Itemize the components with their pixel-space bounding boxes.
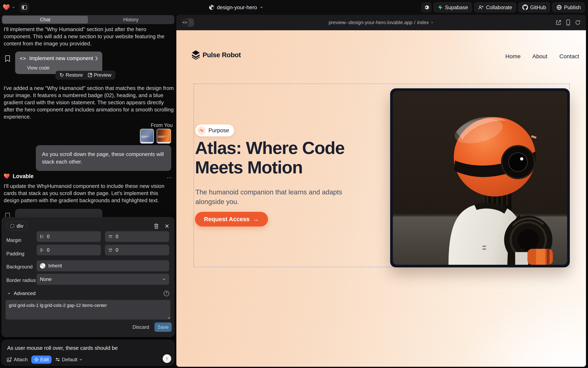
site-header: Pulse Robot Home About Contact <box>176 30 586 61</box>
nav-contact[interactable]: Contact <box>559 53 579 60</box>
chevron-down-icon <box>162 277 166 281</box>
attach-label: Attach <box>14 357 28 362</box>
chat-input[interactable]: As user mouse roll over, these cards sho… <box>7 345 118 351</box>
margin-y-value: 0 <box>116 234 118 239</box>
selected-element-chip[interactable]: div <box>6 221 27 230</box>
lovable-logo-icon[interactable] <box>3 4 10 11</box>
user-message-bubble: As you scroll down the page, these compo… <box>36 145 171 171</box>
background-label: Background <box>6 264 33 270</box>
bookmark-icon[interactable] <box>5 213 10 217</box>
help-icon[interactable]: ? <box>164 291 169 296</box>
code-icon: <> <box>20 55 26 61</box>
settings-button[interactable] <box>421 2 431 12</box>
background-input[interactable]: Inherit <box>37 260 169 271</box>
restore-icon: ↻ <box>59 72 64 78</box>
padding-y-input[interactable]: 0 <box>105 245 169 255</box>
lovable-heart-icon <box>4 173 10 179</box>
resize-handle-icon[interactable] <box>167 316 170 319</box>
close-panel-button[interactable] <box>163 223 171 230</box>
tab-history[interactable]: History <box>88 16 174 24</box>
refresh-icon[interactable] <box>575 20 581 25</box>
preview-url[interactable]: preview--design-your-hero.lovable.app / … <box>176 15 586 30</box>
attach-button[interactable]: Attach <box>7 357 28 362</box>
view-code-link[interactable]: View code <box>27 65 49 71</box>
padding-label: Padding <box>6 251 24 257</box>
path-separator: / <box>414 20 416 25</box>
supabase-button[interactable]: Supabase <box>434 2 472 12</box>
attachment-thumbnail-orange[interactable] <box>157 129 171 144</box>
project-name: design-your-hero <box>217 4 257 11</box>
sidebar-toggle-button[interactable] <box>20 3 29 12</box>
assistant-message-2: I've added a new "Why Humanoid" section … <box>4 85 175 120</box>
open-in-new-tab-icon[interactable] <box>556 20 561 25</box>
project-switcher[interactable]: design-your-hero <box>209 0 263 15</box>
margin-x-input[interactable]: 0 <box>37 231 101 242</box>
border-radius-select[interactable]: None <box>37 274 169 285</box>
project-chevron-icon <box>260 6 263 9</box>
close-icon <box>164 224 169 229</box>
assistant-header: Lovable … <box>4 173 173 180</box>
help-glyph: ? <box>166 291 167 295</box>
element-outline-icon <box>10 224 14 228</box>
padding-x-input[interactable]: 0 <box>37 245 101 255</box>
margin-label: Margin <box>6 237 21 243</box>
chevron-down-icon <box>430 21 434 24</box>
github-label: GitHub <box>530 4 546 10</box>
nav-home[interactable]: Home <box>505 53 521 60</box>
hero-robot-card <box>390 88 570 267</box>
github-button[interactable]: GitHub <box>518 2 550 12</box>
discard-button[interactable]: Discard <box>133 324 149 330</box>
element-inspector-panel: div Margin 0 <box>2 217 174 337</box>
hero-heading: Atlas: Where Code Meets Motion <box>195 138 379 177</box>
request-access-button[interactable]: Request Access → <box>195 212 268 227</box>
component-card-title: Implement new component <box>29 55 93 62</box>
target-icon <box>34 357 39 362</box>
save-button[interactable]: Save <box>154 322 172 332</box>
chat-composer[interactable]: As user mouse roll over, these cards sho… <box>2 340 174 366</box>
version-hover-toolbar: ↻ Restore Preview <box>56 71 115 79</box>
workspace-chevron-icon[interactable] <box>12 6 15 9</box>
mode-selector[interactable]: Default <box>55 357 83 362</box>
advanced-classes-textarea[interactable]: grid grid-cols-1 lg:grid-cols-2 gap-12 i… <box>6 300 171 320</box>
supabase-icon <box>438 5 443 10</box>
tab-chat[interactable]: Chat <box>2 16 88 24</box>
margin-y-input[interactable]: 0 <box>105 231 169 242</box>
app-window: design-your-hero Supabase <box>0 0 588 368</box>
preview-label: Preview <box>94 72 111 78</box>
border-radius-value: None <box>40 276 52 282</box>
advanced-section-header[interactable]: Advanced ? <box>7 291 169 296</box>
arrow-right-icon: → <box>253 216 259 223</box>
sliders-icon <box>55 357 60 362</box>
restore-button[interactable]: ↻ Restore <box>59 72 83 78</box>
supabase-label: Supabase <box>445 4 468 10</box>
padding-y-value: 0 <box>116 247 118 253</box>
publish-globe-icon <box>556 4 562 10</box>
edit-mode-button[interactable]: Edit <box>31 356 52 364</box>
publish-button[interactable]: Publish <box>552 2 585 12</box>
preview-path: index <box>417 20 429 25</box>
mobile-view-icon[interactable] <box>566 19 570 26</box>
preview-domain: preview--design-your-hero.lovable.app <box>329 20 412 25</box>
delete-element-button[interactable] <box>153 223 160 230</box>
message-menu-button[interactable]: … <box>167 173 173 180</box>
thumbnail-text-lines <box>158 135 166 138</box>
cta-label: Request Access <box>204 216 250 223</box>
nav-about[interactable]: About <box>532 53 547 60</box>
hero-subtitle: The humanoid companion that learns and a… <box>195 187 359 206</box>
restore-label: Restore <box>66 72 83 78</box>
attachment-thumbnail-blue[interactable] <box>140 129 154 144</box>
trash-icon <box>154 223 159 229</box>
collaborate-button[interactable]: Collaborate <box>474 2 516 12</box>
send-button[interactable]: ↑ <box>163 354 171 363</box>
assistant-message-3: I'll update the WhyHumanoid component to… <box>4 183 175 204</box>
chevron-down-icon <box>7 292 11 295</box>
border-radius-label: Border radius <box>6 277 36 283</box>
preview-website: Pulse Robot Home About Contact Purpose A… <box>176 30 586 367</box>
background-value: Inherit <box>48 263 62 269</box>
site-brand[interactable]: Pulse Robot <box>192 50 241 60</box>
hero-badge: Purpose <box>195 125 234 136</box>
bookmark-icon[interactable] <box>5 55 10 62</box>
preview-button[interactable]: Preview <box>88 72 111 78</box>
preview-toolbar: <> preview--design-your-hero.lovable.app… <box>176 15 586 30</box>
collaborate-label: Collaborate <box>486 4 512 10</box>
